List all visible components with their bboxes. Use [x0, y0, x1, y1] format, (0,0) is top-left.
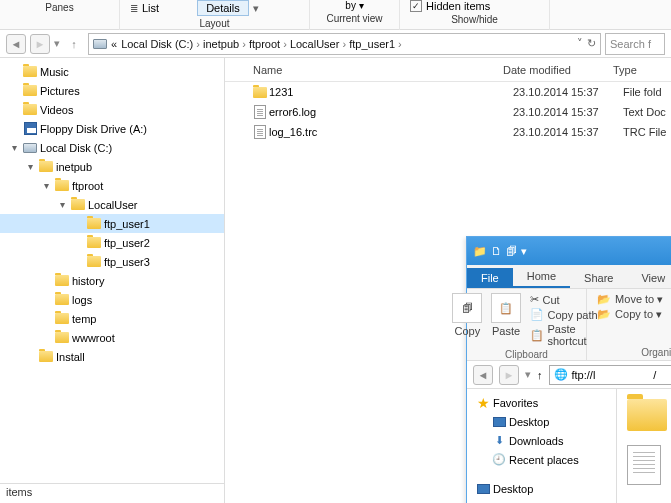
tree-item[interactable]: Floppy Disk Drive (A:): [0, 119, 224, 138]
tree-item[interactable]: Pictures: [0, 81, 224, 100]
copypath-icon: 📄: [530, 308, 544, 321]
file-row[interactable]: 123123.10.2014 15:37File fold: [225, 82, 671, 102]
tree-item[interactable]: ftp_user1: [0, 214, 224, 233]
inner-address-input[interactable]: 🌐 ftp://l / ▾: [549, 365, 672, 385]
tree-item[interactable]: Desktop: [467, 412, 616, 431]
expand-toggle[interactable]: ▾: [8, 142, 20, 153]
paste-button[interactable]: 📋Paste: [491, 293, 522, 337]
breadcrumb-segment[interactable]: Local Disk (C:): [121, 38, 193, 50]
panes-group: Panes: [0, 0, 120, 30]
tree-item[interactable]: ftp_user3: [0, 252, 224, 271]
breadcrumb-segment[interactable]: LocalUser: [290, 38, 340, 50]
up-button[interactable]: ↑: [64, 34, 84, 54]
refresh-icon[interactable]: ↻: [587, 37, 596, 50]
tree-item-label: logs: [72, 294, 92, 306]
showhide-label: Show/hide: [451, 12, 498, 25]
inner-back-button[interactable]: ◄: [473, 365, 493, 385]
tree-item[interactable]: ▾Local Disk (C:): [0, 138, 224, 157]
tree-item[interactable]: Desktop: [467, 479, 616, 498]
chevron-down-icon[interactable]: ˅: [577, 37, 583, 50]
tab-share[interactable]: Share: [570, 268, 627, 288]
tree-item[interactable]: 🕘Recent places: [467, 450, 616, 469]
tree-item[interactable]: ▾LocalUser: [0, 195, 224, 214]
copy-to-button[interactable]: 📂Copy to ▾: [597, 308, 663, 321]
folder-icon: [22, 83, 38, 99]
tree-item-label: ftp_user1: [104, 218, 150, 230]
breadcrumb-segment[interactable]: inetpub: [203, 38, 239, 50]
navigation-tree[interactable]: MusicPicturesVideosFloppy Disk Drive (A:…: [0, 58, 225, 503]
inner-navigation-tree[interactable]: ★FavoritesDesktop⬇Downloads🕘Recent place…: [467, 389, 617, 503]
tree-item[interactable]: logs: [0, 290, 224, 309]
details-button[interactable]: Details: [197, 0, 249, 16]
tab-file[interactable]: File: [467, 268, 513, 288]
inner-file-list[interactable]: 1231error6.log: [617, 389, 671, 503]
inner-title-bar[interactable]: 📁 🗋 🗐 ▾ bzt-man01: [467, 237, 671, 265]
folder-icon: [54, 311, 70, 327]
hidden-items-checkbox[interactable]: ✓: [410, 0, 422, 12]
tree-item[interactable]: Music: [0, 62, 224, 81]
copy-button[interactable]: 🗐Copy: [452, 293, 483, 337]
qat-icon[interactable]: 🗋: [491, 245, 502, 257]
inner-up-button[interactable]: ↑: [537, 369, 543, 381]
doc-icon: [627, 445, 661, 485]
forward-button[interactable]: ►: [30, 34, 50, 54]
inner-forward-button[interactable]: ►: [499, 365, 519, 385]
qat-icon[interactable]: 🗐: [506, 245, 517, 257]
breadcrumb-bar[interactable]: « Local Disk (C:) › inetpub › ftproot › …: [88, 33, 601, 55]
chevron-right-icon: ›: [280, 38, 290, 50]
folder-icon: [38, 349, 54, 365]
address-bar-row: ◄ ► ▾ ↑ « Local Disk (C:) › inetpub › ft…: [0, 30, 671, 58]
inner-recent-button[interactable]: ▾: [525, 368, 531, 381]
tree-item-label: Favorites: [493, 397, 538, 409]
recent-icon: 🕘: [491, 452, 507, 468]
file-date: 23.10.2014 15:37: [513, 86, 623, 98]
inner-address-row: ◄ ► ▾ ↑ 🌐 ftp://l / ▾ ↻: [467, 361, 671, 389]
expand-toggle[interactable]: ▾: [56, 199, 68, 210]
desk-icon: [491, 414, 507, 430]
column-type[interactable]: Type: [605, 64, 671, 76]
move-to-button[interactable]: 📂Move to ▾: [597, 293, 663, 306]
expand-toggle[interactable]: ▾: [40, 180, 52, 191]
folder-icon: [38, 159, 54, 175]
column-name[interactable]: Name: [245, 64, 495, 76]
dropdown-icon[interactable]: ▾: [253, 2, 259, 15]
file-row[interactable]: error6.log23.10.2014 15:37Text Doc: [225, 102, 671, 122]
inner-address-extra: /: [653, 369, 656, 381]
tree-item[interactable]: temp: [0, 309, 224, 328]
tree-item[interactable]: ▾ftproot: [0, 176, 224, 195]
file-row[interactable]: log_16.trc23.10.2014 15:37TRC File: [225, 122, 671, 142]
list-button[interactable]: List: [142, 2, 159, 14]
tree-item-label: temp: [72, 313, 96, 325]
tree-item[interactable]: wwwroot: [0, 328, 224, 347]
file-name: log_16.trc: [269, 126, 513, 138]
tree-item[interactable]: Videos: [0, 100, 224, 119]
tab-home[interactable]: Home: [513, 266, 570, 288]
folder-icon: [251, 87, 269, 98]
tree-item[interactable]: ★Favorites: [467, 393, 616, 412]
tree-item-label: Desktop: [509, 416, 549, 428]
file-item[interactable]: error6.log: [627, 445, 671, 485]
layout-group: ≣ List Details ▾ Layout: [120, 0, 310, 30]
back-button[interactable]: ◄: [6, 34, 26, 54]
recent-locations-button[interactable]: ▾: [54, 37, 60, 50]
tree-item-label: ftproot: [72, 180, 103, 192]
breadcrumb-prefix: «: [111, 38, 117, 50]
qat-dropdown-icon[interactable]: ▾: [521, 245, 527, 258]
tree-item-label: Desktop: [493, 483, 533, 495]
breadcrumb-segment[interactable]: ftproot: [249, 38, 280, 50]
expand-toggle[interactable]: ▾: [24, 161, 36, 172]
column-date[interactable]: Date modified: [495, 64, 605, 76]
tree-item-label: LocalUser: [88, 199, 138, 211]
file-item[interactable]: 1231: [627, 399, 671, 431]
tree-item[interactable]: Install: [0, 347, 224, 366]
tree-item[interactable]: history: [0, 271, 224, 290]
tree-item[interactable]: ftp_user2: [0, 233, 224, 252]
search-input[interactable]: Search f: [605, 33, 665, 55]
tree-item[interactable]: ⬇Downloads: [467, 431, 616, 450]
tree-item[interactable]: ▾inetpub: [0, 157, 224, 176]
sort-by-button[interactable]: by ▾: [345, 0, 363, 11]
breadcrumb-segment[interactable]: ftp_user1: [349, 38, 395, 50]
inner-tabs: File Home Share View: [467, 265, 671, 289]
tab-view[interactable]: View: [627, 268, 671, 288]
dl-icon: ⬇: [491, 433, 507, 449]
